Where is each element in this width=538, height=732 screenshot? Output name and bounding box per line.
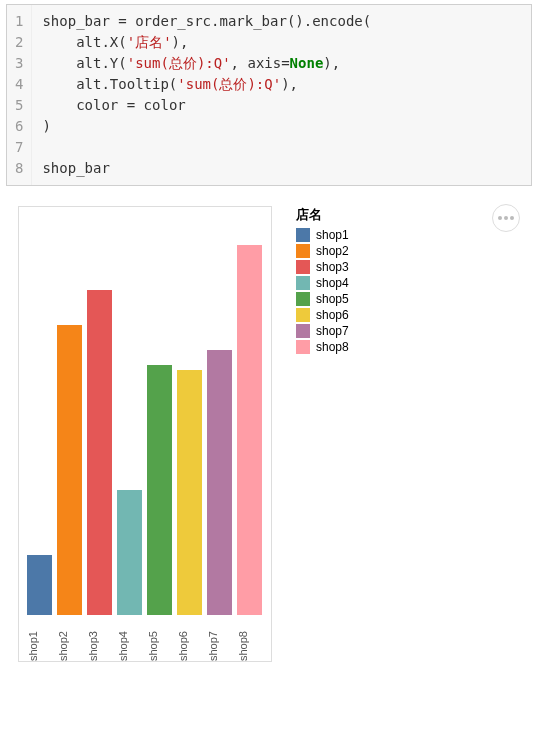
code-line: alt.X('店名'), xyxy=(42,32,521,53)
svg-point-0 xyxy=(498,216,502,220)
legend-label: shop8 xyxy=(316,340,349,354)
legend-label: shop3 xyxy=(316,260,349,274)
code-line: shop_bar = order_src.mark_bar().encode( xyxy=(42,11,521,32)
svg-point-2 xyxy=(510,216,514,220)
line-number: 4 xyxy=(15,74,23,95)
code-line: shop_bar xyxy=(42,158,521,179)
chart-menu-button[interactable] xyxy=(492,204,520,232)
legend-label: shop4 xyxy=(316,276,349,290)
legend-swatch xyxy=(296,228,310,242)
bar[interactable] xyxy=(27,555,52,615)
x-tick-label: shop2 xyxy=(57,621,82,661)
code-cell[interactable]: 12345678 shop_bar = order_src.mark_bar()… xyxy=(6,4,532,186)
legend-item[interactable]: shop4 xyxy=(296,276,349,290)
x-tick-label: shop5 xyxy=(147,621,172,661)
legend-swatch xyxy=(296,260,310,274)
legend-items: shop1shop2shop3shop4shop5shop6shop7shop8 xyxy=(296,228,349,354)
legend-label: shop2 xyxy=(316,244,349,258)
bar[interactable] xyxy=(87,290,112,615)
bar[interactable] xyxy=(177,370,202,615)
x-tick-label: shop7 xyxy=(207,621,232,661)
bar[interactable] xyxy=(57,325,82,615)
legend-item[interactable]: shop3 xyxy=(296,260,349,274)
legend-label: shop5 xyxy=(316,292,349,306)
line-number: 6 xyxy=(15,116,23,137)
legend-label: shop6 xyxy=(316,308,349,322)
code-line: ) xyxy=(42,116,521,137)
legend-title: 店名 xyxy=(296,206,349,224)
legend-swatch xyxy=(296,340,310,354)
plot-area xyxy=(27,215,263,615)
svg-point-1 xyxy=(504,216,508,220)
line-number: 8 xyxy=(15,158,23,179)
chart-output: shop1shop2shop3shop4shop5shop6shop7shop8… xyxy=(0,198,538,662)
x-tick-label: shop3 xyxy=(87,621,112,661)
legend-label: shop7 xyxy=(316,324,349,338)
bar[interactable] xyxy=(237,245,262,615)
legend-item[interactable]: shop6 xyxy=(296,308,349,322)
line-number: 3 xyxy=(15,53,23,74)
legend-item[interactable]: shop1 xyxy=(296,228,349,242)
bar[interactable] xyxy=(117,490,142,615)
legend: 店名 shop1shop2shop3shop4shop5shop6shop7sh… xyxy=(296,206,349,662)
x-tick-label: shop8 xyxy=(237,621,262,661)
chart-container: shop1shop2shop3shop4shop5shop6shop7shop8 xyxy=(18,206,272,662)
line-number: 5 xyxy=(15,95,23,116)
x-tick-label: shop1 xyxy=(27,621,52,661)
legend-item[interactable]: shop2 xyxy=(296,244,349,258)
bar[interactable] xyxy=(207,350,232,615)
code-editor[interactable]: shop_bar = order_src.mark_bar().encode( … xyxy=(32,5,531,185)
code-line: color = color xyxy=(42,95,521,116)
line-number: 7 xyxy=(15,137,23,158)
legend-swatch xyxy=(296,276,310,290)
legend-item[interactable]: shop8 xyxy=(296,340,349,354)
legend-item[interactable]: shop7 xyxy=(296,324,349,338)
x-tick-label: shop6 xyxy=(177,621,202,661)
bar[interactable] xyxy=(147,365,172,615)
line-number: 2 xyxy=(15,32,23,53)
code-line xyxy=(42,137,521,158)
legend-swatch xyxy=(296,308,310,322)
legend-swatch xyxy=(296,244,310,258)
ellipsis-icon xyxy=(498,216,514,220)
x-tick-label: shop4 xyxy=(117,621,142,661)
legend-swatch xyxy=(296,324,310,338)
code-line: alt.Y('sum(总价):Q', axis=None), xyxy=(42,53,521,74)
legend-label: shop1 xyxy=(316,228,349,242)
legend-item[interactable]: shop5 xyxy=(296,292,349,306)
line-gutter: 12345678 xyxy=(7,5,32,185)
line-number: 1 xyxy=(15,11,23,32)
x-axis-labels: shop1shop2shop3shop4shop5shop6shop7shop8 xyxy=(27,615,263,661)
legend-swatch xyxy=(296,292,310,306)
code-line: alt.Tooltip('sum(总价):Q'), xyxy=(42,74,521,95)
